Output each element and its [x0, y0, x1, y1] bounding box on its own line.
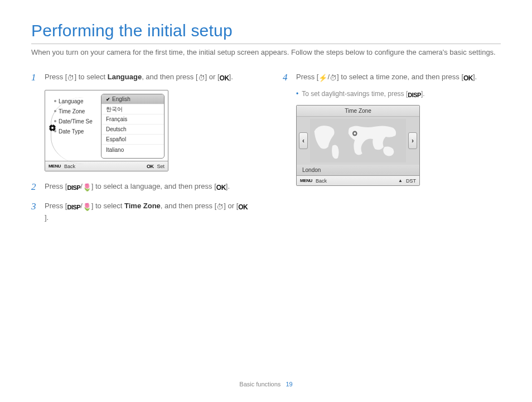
step-2: 2 Press [DISP/🌷] to select a language, a…: [31, 180, 249, 194]
menu-icon: MENU: [49, 164, 61, 169]
footer-back-label: Back: [316, 178, 327, 184]
disp-icon: DISP: [67, 203, 80, 212]
step-4-sub: •To set daylight-savings time, press [DI…: [296, 90, 501, 98]
footer-section: Basic functions: [239, 381, 280, 387]
page-footer: Basic functions 19: [0, 381, 532, 387]
ok-icon: OK: [220, 74, 229, 83]
timezone-city: London: [297, 165, 419, 175]
timer-icon: ⏱: [198, 73, 205, 84]
footer-page-number: 19: [286, 381, 292, 387]
ok-icon: OK: [216, 183, 226, 193]
language-option-italiano: Italiano: [101, 145, 164, 155]
world-map: [310, 119, 406, 162]
step-number: 2: [31, 180, 39, 194]
ok-icon: OK: [463, 74, 473, 83]
timezone-title: Time Zone: [297, 106, 419, 117]
menu-item-datetime: Date/Time Se: [60, 116, 101, 126]
left-column: 1 Press [⏱] to select Language, and then…: [31, 71, 249, 229]
step-1: 1 Press [⏱] to select Language, and then…: [31, 71, 249, 85]
check-icon: ✔: [106, 97, 110, 102]
step-3-text: Press [DISP/🌷] to select Time Zone, and …: [45, 200, 249, 223]
step-1-text: Press [⏱] to select Language, and then p…: [45, 71, 233, 85]
menu-item-language: Language: [60, 96, 101, 106]
disp-icon: DISP: [67, 184, 80, 193]
menu-item-datetype: Date Type: [60, 126, 101, 136]
timezone-next-arrow: ›: [408, 132, 417, 149]
language-option-deutsch: Deutsch: [101, 125, 164, 135]
step-3: 3 Press [DISP/🌷] to select Time Zone, an…: [31, 200, 249, 223]
svg-point-8: [354, 132, 356, 135]
ok-icon: OK: [238, 203, 248, 212]
page-title: Performing the initial setup: [31, 21, 501, 40]
menu-icon: MENU: [300, 178, 312, 183]
language-option-english: ✔English: [101, 94, 164, 104]
language-dropdown: ✔English 한국어 Français Deutsch Español It…: [101, 94, 165, 159]
timer-icon: ⏱: [330, 73, 337, 84]
step-2-text: Press [DISP/🌷] to select a language, and…: [45, 180, 230, 194]
up-icon: ▲: [398, 178, 403, 183]
footer-dst-label: DST: [406, 178, 416, 184]
step-number: 4: [283, 71, 291, 85]
bullet-dot: •: [296, 90, 298, 98]
menu-item-timezone: Time Zone: [60, 106, 101, 116]
timer-icon: ⏱: [67, 73, 74, 84]
language-option-korean: 한국어: [101, 104, 164, 114]
macro-icon: 🌷: [83, 202, 91, 213]
language-figure-footer: MENU Back OK Set: [45, 161, 168, 171]
right-column: 4 Press [⚡/⏱] to select a time zone, and…: [283, 71, 501, 229]
language-option-espanol: Español: [101, 135, 164, 145]
footer-back-label: Back: [64, 164, 75, 169]
footer-set-label: Set: [157, 164, 165, 169]
step-number: 1: [31, 71, 39, 85]
step-number: 3: [31, 200, 39, 223]
language-option-francais: Français: [101, 114, 164, 125]
timer-icon: ⏱: [216, 202, 224, 213]
flash-icon: ⚡: [318, 73, 327, 84]
ok-icon: OK: [147, 164, 154, 169]
timezone-footer: MENU Back ▲ DST: [297, 175, 419, 185]
step-4-text: Press [⚡/⏱] to select a time zone, and t…: [296, 71, 477, 85]
timezone-prev-arrow: ‹: [299, 132, 308, 149]
macro-icon: 🌷: [83, 183, 91, 193]
title-rule: [31, 44, 501, 44]
disp-icon: DISP: [408, 92, 421, 98]
language-menu-figure: Language Time Zone Date/Time Se Date Typ…: [45, 90, 168, 171]
timezone-figure: Time Zone ‹: [296, 105, 420, 186]
intro-text: When you turn on your camera for the fir…: [31, 47, 501, 58]
step-4: 4 Press [⚡/⏱] to select a time zone, and…: [283, 71, 501, 85]
